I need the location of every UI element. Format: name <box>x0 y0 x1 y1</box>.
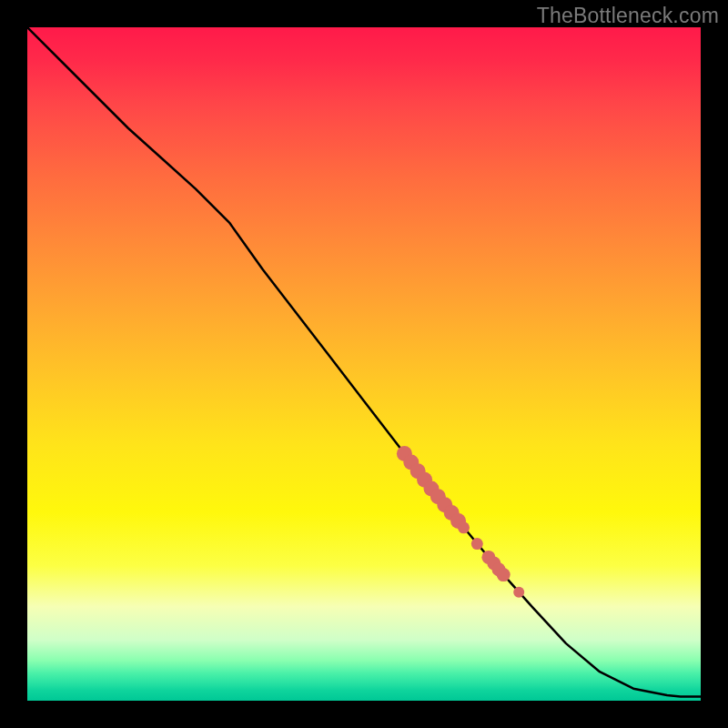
chart-svg <box>27 27 701 701</box>
highlight-markers <box>397 446 524 598</box>
watermark-text: TheBottleneck.com <box>537 4 719 28</box>
highlight-point <box>458 521 470 533</box>
chart-canvas: TheBottleneck.com <box>0 0 728 728</box>
curve-line <box>27 27 701 697</box>
highlight-point <box>513 587 524 598</box>
highlight-point <box>471 538 483 550</box>
highlight-point <box>497 568 511 581</box>
plot-area <box>27 27 701 701</box>
